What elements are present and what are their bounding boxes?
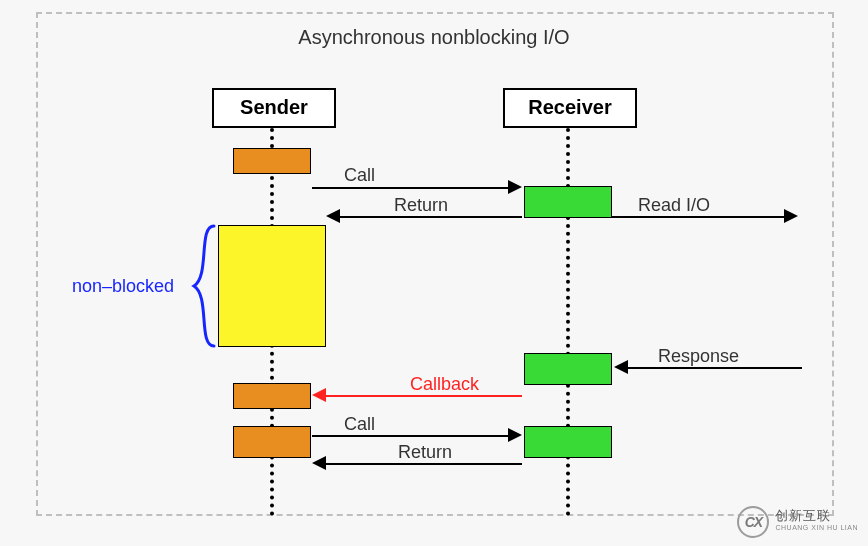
participant-sender: Sender xyxy=(212,88,336,128)
brand-logo-line1: 创新互联 xyxy=(775,510,858,522)
brace-nonblocked xyxy=(190,224,220,348)
brand-logo: CX 创新互联 CHUANG XIN HU LIAN xyxy=(737,506,858,538)
label-return2: Return xyxy=(396,442,454,463)
label-nonblocked: non–blocked xyxy=(70,276,176,297)
arrowhead-readio xyxy=(784,209,798,223)
arrowhead-call1 xyxy=(508,180,522,194)
arrowhead-return2 xyxy=(312,456,326,470)
arrow-callback xyxy=(326,395,522,397)
arrow-readio xyxy=(612,216,786,218)
label-return1: Return xyxy=(392,195,450,216)
diagram-frame xyxy=(36,12,834,516)
arrow-call1 xyxy=(312,187,510,189)
label-readio: Read I/O xyxy=(636,195,712,216)
brand-logo-mark: CX xyxy=(737,506,769,538)
participant-receiver: Receiver xyxy=(503,88,637,128)
label-call1: Call xyxy=(342,165,377,186)
activation-sender-3 xyxy=(233,426,311,458)
arrowhead-return1 xyxy=(326,209,340,223)
activation-sender-2 xyxy=(233,383,311,409)
arrow-call2 xyxy=(312,435,510,437)
activation-sender-1 xyxy=(233,148,311,174)
arrowhead-response xyxy=(614,360,628,374)
arrow-return1 xyxy=(340,216,522,218)
label-response: Response xyxy=(656,346,741,367)
diagram-title: Asynchronous nonblocking I/O xyxy=(0,26,868,49)
arrow-return2 xyxy=(326,463,522,465)
diagram-canvas: Asynchronous nonblocking I/O Sender Rece… xyxy=(0,0,868,546)
arrowhead-call2 xyxy=(508,428,522,442)
brand-logo-line2: CHUANG XIN HU LIAN xyxy=(775,522,858,534)
activation-receiver-2 xyxy=(524,353,612,385)
label-call2: Call xyxy=(342,414,377,435)
activation-sender-nonblocked xyxy=(218,225,326,347)
arrow-response xyxy=(628,367,802,369)
arrowhead-callback xyxy=(312,388,326,402)
activation-receiver-3 xyxy=(524,426,612,458)
activation-receiver-1 xyxy=(524,186,612,218)
label-callback: Callback xyxy=(408,374,481,395)
